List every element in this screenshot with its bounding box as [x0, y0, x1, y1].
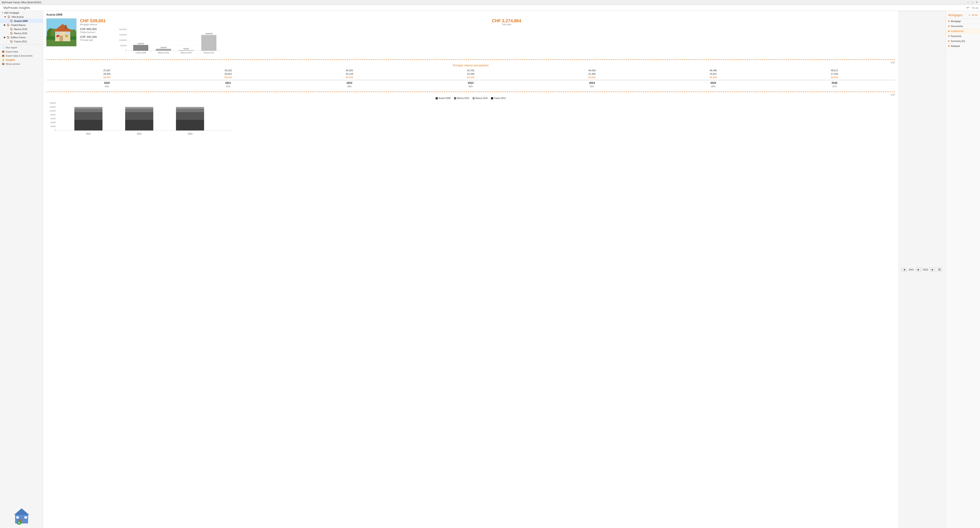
- right-panel-documents[interactable]: Documents: [946, 24, 980, 29]
- property-top-section: CHF 539,651 Mortgage balance CHF 880,000…: [46, 18, 895, 56]
- svg-rect-65: [74, 112, 102, 120]
- edifice-futura-label: Edifice Futura: [11, 36, 25, 39]
- house-illustration: %: [13, 507, 30, 525]
- svg-rect-45: [201, 35, 216, 51]
- payment-2020: 66,043: [46, 76, 167, 79]
- interest-2024: 44,559: [531, 69, 653, 72]
- debt-chart-section: CHF 2,274,864 Total debt 2000000 1500000…: [118, 18, 895, 56]
- folder-icon: 🏠: [7, 15, 10, 18]
- svg-rect-64: [74, 120, 102, 130]
- legend-futura: Futura 2012: [491, 97, 506, 99]
- run-report-btn[interactable]: 📄 Run report: [0, 45, 43, 49]
- svg-point-3: [21, 521, 22, 522]
- show-archive-btn[interactable]: 📦 Show archive: [0, 62, 43, 66]
- export-icon: 📤: [2, 50, 5, 53]
- sidebar-actions-group: 📄 Run report 📤 Export data 📤 Export data…: [0, 44, 43, 66]
- principal-2026: 17,526: [774, 73, 895, 75]
- property-name: Acacia 2008: [46, 13, 895, 16]
- minimize-button[interactable]: ─: [967, 1, 970, 4]
- pi-currency: CHF: [46, 62, 895, 64]
- export-docs-label: Export data & documents: [6, 54, 33, 57]
- back-icon[interactable]: ↩: [967, 6, 969, 10]
- svg-rect-71: [125, 109, 153, 112]
- svg-text:1000000: 1000000: [119, 39, 127, 41]
- sidebar-item-edifice-futura[interactable]: ▶ 🏠 Edifice Futura: [0, 35, 43, 39]
- svg-text:Acacia 2008: Acacia 2008: [135, 52, 146, 54]
- payments-label: Payments: [951, 35, 961, 37]
- next-year-start-btn[interactable]: ►: [916, 268, 921, 271]
- right-panel-payments[interactable]: Payments: [946, 34, 980, 39]
- right-panel-summary[interactable]: Summary [G]: [946, 39, 980, 44]
- export-data-btn[interactable]: 📤 Export data: [0, 49, 43, 54]
- pi-section: CHF Principal, interest and payment 37,5…: [46, 59, 895, 88]
- summary-label: Summary [G]: [951, 40, 965, 42]
- mortgage-label: Mortgage: [951, 20, 961, 22]
- original-amount-label: Original amount: [80, 31, 115, 33]
- font-controls[interactable]: Aa aa: [972, 6, 978, 9]
- add-mortgage-label: Add mortgage: [4, 11, 19, 14]
- principal-2021: 26,823: [167, 73, 289, 75]
- legend-label-futura: Futura 2012: [494, 97, 506, 99]
- window-controls: ─ □ ✕: [967, 1, 978, 4]
- main-content: Acacia 2008: [43, 11, 945, 528]
- titlebar: MyPrivate Family Office [Build 80287] ─ …: [0, 0, 980, 5]
- pi-title: Principal, interest and payment: [46, 64, 895, 67]
- svg-text:Bianca 2016: Bianca 2016: [158, 52, 169, 54]
- home-icon-acacia: 🏠: [10, 19, 13, 22]
- bullet-installments: [948, 30, 950, 32]
- svg-point-24: [57, 35, 59, 37]
- principal-2025: 19,547: [653, 73, 774, 75]
- edit-icon[interactable]: ✏: [969, 14, 970, 17]
- sidebar-item-bianca-2018[interactable]: 🏠 Bianca 2018: [0, 27, 43, 31]
- svg-rect-20: [56, 32, 59, 35]
- run-report-label: Run report: [6, 46, 17, 49]
- right-panel-mortgage[interactable]: Mortgage: [946, 19, 980, 24]
- year-2021: 2021: [167, 81, 289, 84]
- sidebar-item-acacia-2008[interactable]: 🏠 Acacia 2008: [0, 19, 43, 23]
- sidebar-item-villa-acacia[interactable]: ▼ 🏠 Villa Acacia: [0, 15, 43, 19]
- close-button[interactable]: ✕: [975, 1, 978, 4]
- year-2025: 2025: [653, 81, 774, 84]
- svg-rect-4: [16, 516, 19, 518]
- export-docs-btn[interactable]: 📤 Export data & documents: [0, 54, 43, 58]
- svg-text:140000: 140000: [49, 102, 56, 104]
- right-panel-title-text: Mortgages: [948, 13, 963, 17]
- stacked-bars-svg: 140000 120000 100000 80000 60000 40000 2…: [46, 101, 234, 140]
- right-panel-installments[interactable]: Installments: [946, 29, 980, 34]
- pct-2024: 33%: [531, 85, 653, 88]
- pct-2025: 30%: [653, 85, 774, 88]
- legend-color-bianca18: [473, 97, 475, 99]
- maximize-button[interactable]: □: [971, 1, 974, 4]
- prev-year-btn[interactable]: ◄: [902, 268, 907, 271]
- svg-text:60000: 60000: [50, 117, 56, 120]
- payment-2022: 66,043: [289, 76, 410, 79]
- font-controls[interactable]: Aa aa: [972, 14, 977, 17]
- sidebar-item-futura-2012[interactable]: 🏠 Futura 2012: [0, 39, 43, 43]
- sidebar-item-chalet-bianca[interactable]: ▶ 🏠 Chalet Bianca: [0, 23, 43, 27]
- filter-btn[interactable]: ⊟: [937, 268, 942, 271]
- svg-rect-77: [176, 107, 204, 109]
- right-panel: Mortgages ✏ Aa aa Mortgage Documents Ins…: [945, 11, 980, 528]
- svg-rect-42: [178, 50, 194, 51]
- pi-divider: [46, 80, 895, 80]
- right-panel-notepad[interactable]: Notepad: [946, 44, 980, 49]
- svg-text:2023: 2023: [188, 133, 192, 135]
- installments-label: Installments: [951, 30, 964, 32]
- bullet-payments: [948, 35, 950, 37]
- next-year-end-btn[interactable]: ►: [930, 268, 935, 271]
- payment-2024: 66,043: [531, 76, 653, 79]
- year-2024: 2024: [531, 81, 653, 84]
- expand-icon: ▼: [4, 16, 6, 18]
- bianca-2018-label: Bianca 2018: [14, 28, 27, 30]
- svg-rect-39: [156, 49, 171, 51]
- sidebar-item-bianca-2016[interactable]: 🏠 Bianca 2016: [0, 31, 43, 35]
- header: MyPrivate Insights ↩ Aa aa: [0, 5, 980, 11]
- pct-2021: 41%: [167, 85, 289, 88]
- insights-btn[interactable]: 💡 Insights: [0, 58, 43, 62]
- year-2026: 2026: [774, 81, 895, 84]
- legend-label-bianca18: Bianca 2018: [476, 97, 488, 99]
- add-mortgage-btn[interactable]: + Add mortgage: [0, 11, 43, 15]
- page-title: MyPrivate Insights: [2, 6, 32, 10]
- folder-icon-bianca: 🏠: [7, 24, 10, 26]
- svg-rect-67: [74, 107, 102, 109]
